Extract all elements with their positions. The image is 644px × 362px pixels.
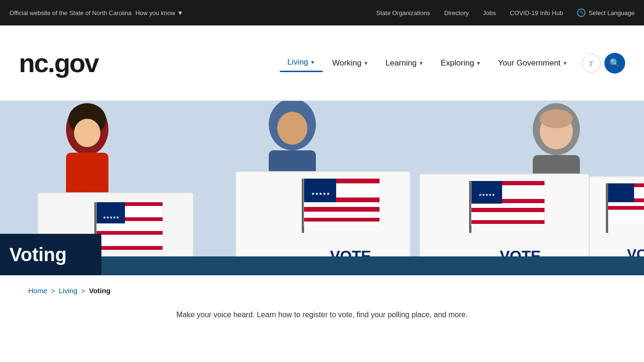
jobs-link[interactable]: Jobs (483, 9, 495, 16)
hero-title: Voting (9, 244, 66, 265)
svg-rect-48 (471, 216, 545, 220)
breadcrumb-sep-1: > (51, 287, 55, 295)
svg-rect-17 (125, 202, 163, 206)
official-text: Official website of the State of North C… (9, 9, 132, 16)
search-button[interactable]: 🔍 (604, 53, 625, 74)
svg-rect-35 (304, 214, 380, 218)
select-language-label: Select Language (588, 9, 635, 16)
svg-text:★★★★★: ★★★★★ (103, 215, 119, 220)
language-selector[interactable]: ✎ Select Language (577, 8, 635, 17)
hero-image: ★★★★★ VOTE ★★★★★ VOTE (0, 101, 644, 275)
svg-rect-19 (125, 217, 163, 221)
directory-link[interactable]: Directory (444, 9, 469, 16)
breadcrumb-home[interactable]: Home (28, 287, 47, 295)
chevron-down-icon: ▼ (476, 60, 481, 66)
svg-rect-43 (502, 181, 545, 185)
covid-link[interactable]: COVID-19 Info Hub (510, 9, 563, 16)
svg-rect-30 (336, 179, 380, 183)
hero-overlay: Voting (0, 234, 101, 275)
svg-rect-45 (502, 199, 545, 203)
svg-rect-58 (608, 202, 644, 206)
svg-rect-26 (302, 179, 304, 233)
svg-point-11 (540, 109, 573, 128)
svg-rect-59 (608, 206, 644, 210)
state-orgs-link[interactable]: State Organizations (376, 9, 430, 16)
logo[interactable]: nc.gov (19, 48, 98, 78)
main-nav: Living ▼ Working ▼ Learning ▼ Exploring … (280, 53, 625, 74)
chevron-down-icon: ▼ (562, 60, 568, 66)
svg-text:★★★★★: ★★★★★ (479, 193, 495, 197)
svg-point-4 (74, 119, 100, 147)
chevron-down-icon: ▼ (419, 60, 424, 66)
top-bar-left: Official website of the State of North C… (9, 9, 183, 16)
twitter-icon: 𝕣 (589, 58, 594, 68)
globe-icon: ✎ (577, 8, 586, 17)
breadcrumb-living[interactable]: Living (59, 287, 77, 295)
description-text: Make your voice heard. Learn how to regi… (28, 311, 616, 319)
twitter-button[interactable]: 𝕣 (582, 54, 601, 73)
breadcrumb-current: Voting (89, 287, 111, 295)
svg-rect-54 (608, 183, 634, 203)
nav-item-learning[interactable]: Learning ▼ (378, 55, 431, 72)
nav-item-your-government[interactable]: Your Government ▼ (490, 55, 575, 72)
svg-rect-34 (304, 207, 380, 212)
svg-rect-21 (97, 231, 163, 235)
top-bar-right: State Organizations Directory Jobs COVID… (376, 8, 635, 17)
nav-item-living[interactable]: Living ▼ (280, 54, 322, 72)
chevron-down-icon: ▼ (310, 59, 315, 65)
breadcrumb-sep-2: > (81, 287, 85, 295)
svg-rect-39 (469, 181, 471, 233)
chevron-down-icon: ▼ (363, 60, 369, 66)
breadcrumb: Home > Living > Voting (0, 275, 644, 306)
svg-rect-46 (471, 204, 545, 208)
svg-rect-28 (304, 179, 336, 202)
svg-rect-57 (634, 198, 644, 202)
nav-icons: 𝕣 🔍 (582, 53, 625, 74)
svg-rect-23 (97, 246, 163, 250)
svg-rect-47 (471, 208, 545, 212)
svg-rect-31 (336, 188, 380, 193)
svg-rect-44 (502, 190, 545, 194)
svg-rect-20 (97, 223, 163, 227)
svg-rect-32 (336, 197, 380, 202)
svg-rect-15 (97, 202, 125, 223)
svg-rect-18 (125, 210, 163, 214)
page-description: Make your voice heard. Learn how to regi… (0, 306, 644, 338)
svg-rect-36 (304, 218, 380, 222)
svg-rect-52 (606, 183, 608, 233)
header: nc.gov Living ▼ Working ▼ Learning ▼ Exp… (0, 25, 644, 101)
chevron-down-icon: ▼ (177, 9, 183, 16)
svg-rect-56 (634, 191, 644, 195)
nav-item-working[interactable]: Working ▼ (325, 55, 376, 72)
top-bar: Official website of the State of North C… (0, 0, 644, 25)
svg-rect-55 (634, 183, 644, 187)
svg-point-7 (277, 112, 307, 145)
nav-item-exploring[interactable]: Exploring ▼ (433, 55, 489, 72)
svg-rect-41 (471, 181, 502, 204)
svg-rect-49 (471, 220, 545, 224)
how-you-know-link[interactable]: How you know ▼ (135, 9, 183, 16)
search-icon: 🔍 (610, 58, 620, 68)
svg-text:★★★★★: ★★★★★ (311, 191, 330, 196)
svg-rect-22 (97, 239, 163, 242)
svg-rect-33 (304, 202, 380, 207)
